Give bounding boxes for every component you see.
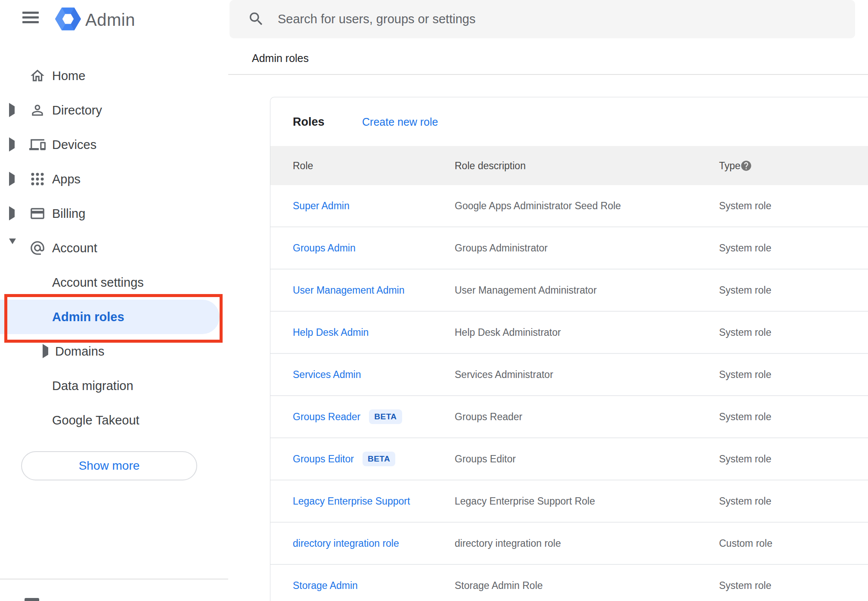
sidebar-nav: Home Directory Devices <box>0 59 228 437</box>
header-divider <box>228 74 868 75</box>
devices-icon <box>29 136 46 153</box>
sidebar-item-billing[interactable]: Billing <box>0 196 228 231</box>
role-type: System role <box>719 369 771 381</box>
table-row: Services Admin Services Administrator Sy… <box>270 354 868 396</box>
role-type: System role <box>719 242 771 254</box>
expand-arrow-icon[interactable] <box>9 175 15 183</box>
expand-arrow-icon[interactable] <box>9 210 15 217</box>
sidebar-item-label: Devices <box>52 138 96 152</box>
sidebar-item-label: Data migration <box>52 379 133 393</box>
sidebar-item-domains[interactable]: Domains <box>0 334 228 369</box>
role-description: Groups Editor <box>455 453 516 465</box>
role-link[interactable]: Groups Admin <box>293 242 356 254</box>
role-link[interactable]: Services Admin <box>293 369 361 381</box>
table-row: Groups Admin Groups Administrator System… <box>270 227 868 270</box>
sidebar-item-label: Domains <box>55 344 104 359</box>
sidebar-partial-icon <box>25 598 39 601</box>
sidebar-item-admin-roles[interactable]: Admin roles <box>0 300 228 334</box>
role-type: System role <box>719 327 771 338</box>
card-title: Roles <box>293 115 325 128</box>
role-description: Groups Reader <box>455 411 522 423</box>
expand-arrow-icon[interactable] <box>9 106 15 114</box>
role-description: Legacy Enterprise Support Role <box>455 496 595 507</box>
role-link[interactable]: User Management Admin <box>293 285 405 296</box>
hamburger-menu-icon[interactable] <box>22 12 39 23</box>
sidebar-item-label: Account <box>52 241 97 255</box>
role-type: System role <box>719 411 771 423</box>
sidebar-item-label: Billing <box>52 207 85 221</box>
role-description: Storage Admin Role <box>455 580 543 592</box>
person-icon <box>29 102 46 118</box>
app-title: Admin <box>85 9 135 31</box>
role-type: System role <box>719 200 771 212</box>
role-type: Custom role <box>719 538 772 549</box>
help-icon[interactable] <box>740 160 752 172</box>
role-type: System role <box>719 496 771 507</box>
sidebar-item-label: Home <box>52 69 85 83</box>
sidebar-item-apps[interactable]: Apps <box>0 162 228 196</box>
roles-card-header: Roles Create new role <box>270 97 868 146</box>
table-row: Help Desk Admin Help Desk Administrator … <box>270 312 868 354</box>
sidebar-item-google-takeout[interactable]: Google Takeout <box>0 403 228 437</box>
at-sign-icon <box>29 240 46 256</box>
column-header-type: Type <box>719 160 741 171</box>
table-row: Legacy Enterprise Support Legacy Enterpr… <box>270 480 868 523</box>
sidebar-item-data-migration[interactable]: Data migration <box>0 369 228 403</box>
role-type: System role <box>719 285 771 296</box>
role-type: System role <box>719 580 771 592</box>
role-description: Google Apps Administrator Seed Role <box>455 200 621 212</box>
role-link[interactable]: directory integration role <box>293 538 399 549</box>
role-description: User Management Administrator <box>455 285 597 296</box>
search-bar <box>229 0 855 38</box>
admin-logo-icon <box>55 7 81 31</box>
beta-badge: BETA <box>363 452 395 466</box>
table-row: Super Admin Google Apps Administrator Se… <box>270 185 868 227</box>
collapse-arrow-icon[interactable] <box>9 244 16 252</box>
table-body: Super Admin Google Apps Administrator Se… <box>270 185 868 601</box>
sidebar-footer-divider <box>0 579 228 579</box>
sidebar-item-account[interactable]: Account <box>0 231 228 265</box>
table-row: User Management Admin User Management Ad… <box>270 270 868 312</box>
role-link[interactable]: Storage Admin <box>293 580 358 592</box>
table-row: Storage Admin Storage Admin Role System … <box>270 565 868 601</box>
credit-card-icon <box>29 205 46 222</box>
role-link[interactable]: Groups ReaderBETA <box>293 409 402 424</box>
table-header-row: Role Role description Type <box>270 146 868 185</box>
sidebar: Admin Home Directory D <box>0 0 228 601</box>
table-row: Groups ReaderBETA Groups Reader System r… <box>270 396 868 438</box>
search-icon <box>248 10 265 28</box>
apps-grid-icon <box>29 171 46 187</box>
table-row: Groups EditorBETA Groups Editor System r… <box>270 438 868 480</box>
sidebar-item-label: Directory <box>52 103 102 118</box>
role-description: directory integration role <box>455 538 561 549</box>
role-description: Help Desk Administrator <box>455 327 561 338</box>
table-row: directory integration role directory int… <box>270 523 868 565</box>
admin-console-page: Admin Home Directory D <box>0 0 868 601</box>
beta-badge: BETA <box>369 409 402 424</box>
role-link[interactable]: Super Admin <box>293 200 350 212</box>
role-link[interactable]: Groups EditorBETA <box>293 452 395 466</box>
sidebar-item-label: Google Takeout <box>52 413 140 428</box>
roles-card: Roles Create new role Role Role descript… <box>270 97 868 601</box>
sidebar-item-devices[interactable]: Devices <box>0 127 228 162</box>
sidebar-item-label: Admin roles <box>52 310 124 324</box>
expand-arrow-icon[interactable] <box>43 347 48 355</box>
role-link[interactable]: Help Desk Admin <box>293 327 369 338</box>
role-type: System role <box>719 453 771 465</box>
sidebar-item-directory[interactable]: Directory <box>0 93 228 127</box>
show-more-button[interactable]: Show more <box>21 451 197 480</box>
sidebar-item-label: Apps <box>52 172 81 186</box>
sidebar-header: Admin <box>0 0 228 43</box>
role-description: Services Administrator <box>455 369 553 381</box>
search-input[interactable] <box>278 0 837 38</box>
sidebar-item-label: Account settings <box>52 276 144 290</box>
sidebar-item-home[interactable]: Home <box>0 59 228 93</box>
create-new-role-link[interactable]: Create new role <box>362 115 438 128</box>
breadcrumb: Admin roles <box>252 52 309 65</box>
column-header-description: Role description <box>455 160 526 171</box>
sidebar-item-account-settings[interactable]: Account settings <box>0 265 228 300</box>
expand-arrow-icon[interactable] <box>9 141 15 149</box>
home-icon <box>29 68 46 84</box>
role-link[interactable]: Legacy Enterprise Support <box>293 496 410 507</box>
column-header-role: Role <box>293 160 313 171</box>
